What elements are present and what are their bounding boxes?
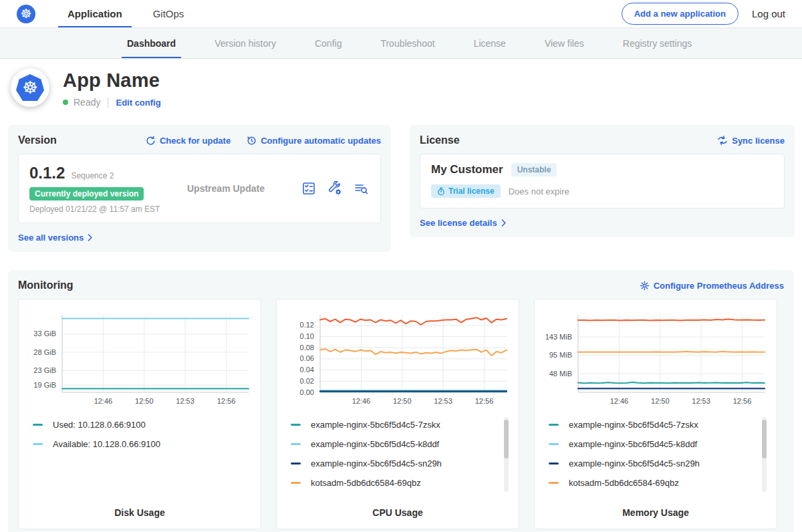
kubernetes-logo-icon[interactable]: ☸ xyxy=(17,5,35,23)
chevron-right-icon xyxy=(501,219,507,227)
chart-plot: 48 MiB95 MiB143 MiB12:4612:5012:5312:56 xyxy=(541,308,771,410)
svg-text:0.08: 0.08 xyxy=(300,344,314,352)
legend-scrollbar-thumb[interactable] xyxy=(762,420,767,458)
svg-text:12:46: 12:46 xyxy=(610,397,629,405)
legend-label: kotsadm-5db6dc6584-69qbz xyxy=(311,478,421,488)
svg-text:12:50: 12:50 xyxy=(135,397,154,405)
chart-title: CPU Usage xyxy=(283,507,513,521)
customer-name: My Customer xyxy=(431,163,503,176)
legend-scrollbar-track xyxy=(504,417,509,492)
app-header: ☸ App Name Ready Edit config xyxy=(0,59,802,118)
legend-swatch xyxy=(291,482,301,484)
chevron-right-icon xyxy=(88,234,93,241)
legend-scrollbar-thumb[interactable] xyxy=(504,420,509,458)
sync-icon xyxy=(717,136,728,145)
svg-text:12:53: 12:53 xyxy=(434,397,452,405)
clock-history-icon xyxy=(247,136,257,146)
svg-text:0.12: 0.12 xyxy=(300,321,314,329)
refresh-icon xyxy=(146,136,156,146)
legend-item: example-nginx-5bc6f5d4c5-k8ddf xyxy=(291,434,494,454)
sync-license-link[interactable]: Sync license xyxy=(717,136,785,146)
monitoring-title: Monitoring xyxy=(18,279,74,291)
configure-prometheus-link[interactable]: Configure Prometheus Address xyxy=(640,281,784,291)
preflight-checks-button[interactable] xyxy=(301,181,316,196)
chart-legend: Used: 10.128.0.66:9100Available: 10.128.… xyxy=(33,415,255,454)
chart-card-disk-usage: 19 GiB23 GiB28 GiB33 GiB12:4612:5012:531… xyxy=(18,299,261,529)
monitoring-section: Monitoring Configure Prometheus Address … xyxy=(8,270,794,532)
kubernetes-app-icon: ☸ xyxy=(16,74,44,101)
svg-text:12:53: 12:53 xyxy=(176,397,194,405)
legend-swatch xyxy=(549,462,559,464)
topnav-tab-gitops[interactable]: GitOps xyxy=(144,0,194,27)
legend-item: example-nginx-5bc6f5d4c5-k8ddf xyxy=(549,434,752,454)
add-application-button[interactable]: Add a new application xyxy=(622,3,739,25)
svg-text:23 GiB: 23 GiB xyxy=(33,366,56,374)
legend-label: example-nginx-5bc6f5d4c5-k8ddf xyxy=(311,439,439,449)
svg-text:0.06: 0.06 xyxy=(300,354,314,362)
deployed-timestamp: Deployed 01/21/22 @ 11:57 am EST xyxy=(29,205,187,214)
chart-legend: example-nginx-5bc6f5d4c5-7zskxexample-ng… xyxy=(291,415,513,493)
svg-text:12:46: 12:46 xyxy=(94,397,113,405)
legend-swatch xyxy=(549,443,559,445)
subnav-tab-license[interactable]: License xyxy=(473,28,507,58)
edit-config-link[interactable]: Edit config xyxy=(116,98,160,108)
current-version-row: 0.1.2 Sequence 2 Currently deployed vers… xyxy=(18,154,381,223)
legend-swatch xyxy=(291,443,301,445)
legend-item: kotsadm-5db6dc6584-69qbz xyxy=(291,473,494,493)
svg-text:12:50: 12:50 xyxy=(651,397,670,405)
legend-item: Available: 10.128.0.66:9100 xyxy=(33,434,236,454)
subnav-tab-config[interactable]: Config xyxy=(313,28,343,58)
channel-badge: Unstable xyxy=(511,163,557,176)
deployed-status-badge: Currently deployed version xyxy=(29,187,144,201)
svg-text:0.00: 0.00 xyxy=(300,388,314,396)
view-logs-button[interactable] xyxy=(354,181,368,196)
subnav-tab-version-history[interactable]: Version history xyxy=(213,28,277,58)
ready-status-label: Ready xyxy=(74,97,100,108)
legend-swatch xyxy=(549,482,559,484)
legend-label: example-nginx-5bc6f5d4c5-sn29h xyxy=(311,458,442,469)
subnav-tab-view-files[interactable]: View files xyxy=(543,28,585,58)
see-license-details-link[interactable]: See license details xyxy=(420,218,507,228)
license-summary: My Customer Unstable Trial license Does … xyxy=(420,154,785,209)
legend-swatch xyxy=(291,424,301,426)
legend-label: Used: 10.128.0.66:9100 xyxy=(53,420,146,430)
legend-label: example-nginx-5bc6f5d4c5-7zskx xyxy=(311,420,440,430)
legend-swatch xyxy=(291,462,301,464)
svg-text:95 MiB: 95 MiB xyxy=(549,351,572,359)
chart-title: Memory Usage xyxy=(541,507,771,521)
legend-label: example-nginx-5bc6f5d4c5-k8ddf xyxy=(569,439,697,449)
legend-label: example-nginx-5bc6f5d4c5-sn29h xyxy=(569,458,700,469)
legend-item: example-nginx-5bc6f5d4c5-sn29h xyxy=(549,454,752,473)
version-card-title: Version xyxy=(18,134,57,146)
legend-swatch xyxy=(549,424,559,426)
legend-item: Used: 10.128.0.66:9100 xyxy=(33,415,236,434)
trial-license-badge: Trial license xyxy=(431,184,501,198)
app-avatar: ☸ xyxy=(11,68,49,107)
see-all-versions-link[interactable]: See all versions xyxy=(18,233,93,243)
svg-text:0.02: 0.02 xyxy=(300,377,314,385)
logout-link[interactable]: Log out xyxy=(752,8,785,19)
license-card: License Sync license My Customer Unstabl… xyxy=(410,125,795,237)
charts-row: 19 GiB23 GiB28 GiB33 GiB12:4612:5012:531… xyxy=(18,299,784,529)
checklist-icon xyxy=(301,181,316,196)
subnav-tab-troubleshoot[interactable]: Troubleshoot xyxy=(379,28,436,58)
topnav-tab-application[interactable]: Application xyxy=(58,0,132,27)
log-search-icon xyxy=(354,181,368,196)
configure-automatic-updates-link[interactable]: Configure automatic updates xyxy=(247,136,381,146)
svg-text:12:56: 12:56 xyxy=(217,397,236,405)
subnav-tab-dashboard[interactable]: Dashboard xyxy=(126,28,177,58)
legend-swatch xyxy=(33,424,43,426)
config-button[interactable] xyxy=(327,181,342,196)
version-card: Version Check for update Configure autom… xyxy=(8,125,391,252)
svg-text:12:53: 12:53 xyxy=(692,397,710,405)
subnav-tab-registry-settings[interactable]: Registry settings xyxy=(622,28,693,58)
wrench-gear-icon xyxy=(327,181,342,196)
chart-card-cpu-usage: 0.000.020.040.060.080.100.1212:4612:5012… xyxy=(276,299,519,529)
divider xyxy=(108,98,108,108)
legend-swatch xyxy=(33,443,43,445)
gear-icon xyxy=(640,281,650,291)
chart-card-memory-usage: 48 MiB95 MiB143 MiB12:4612:5012:5312:56e… xyxy=(534,299,777,529)
chart-plot: 19 GiB23 GiB28 GiB33 GiB12:4612:5012:531… xyxy=(25,308,255,410)
svg-text:28 GiB: 28 GiB xyxy=(33,348,56,356)
check-for-update-link[interactable]: Check for update xyxy=(146,136,231,146)
